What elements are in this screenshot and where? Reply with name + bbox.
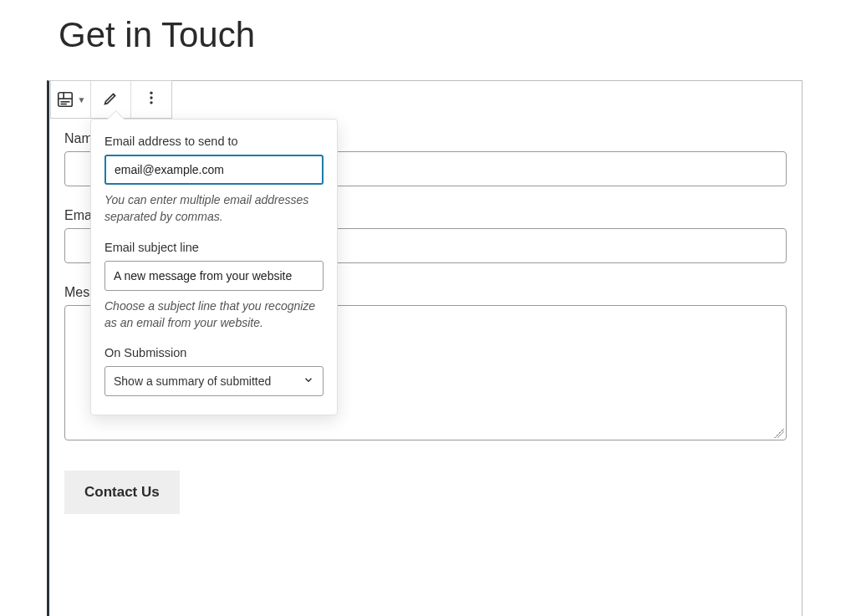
chevron-down-icon: [303, 374, 314, 389]
popover-submission-select[interactable]: Show a summary of submitted: [104, 366, 324, 396]
svg-point-7: [150, 101, 152, 104]
caret-down-icon: ▼: [78, 95, 86, 104]
popover-email-label: Email address to send to: [104, 135, 324, 148]
svg-point-6: [150, 96, 152, 99]
popover-subject-input[interactable]: [104, 261, 324, 291]
block-toolbar: ▼: [50, 80, 172, 119]
more-vertical-icon: [143, 89, 160, 109]
pencil-icon: [103, 89, 120, 109]
popover-subject-help: Choose a subject line that you recognize…: [104, 298, 324, 332]
page-title: Get in Touch: [59, 15, 797, 55]
popover-email-help: You can enter multiple email addresses s…: [104, 191, 324, 226]
form-settings-popover: Email address to send to You can enter m…: [90, 119, 338, 415]
popover-submission-value: Show a summary of submitted: [114, 374, 271, 388]
popover-email-input[interactable]: [104, 155, 324, 185]
submit-button[interactable]: Contact Us: [64, 471, 180, 514]
svg-point-5: [150, 92, 152, 94]
more-options-button[interactable]: [131, 81, 171, 118]
popover-submission-label: On Submission: [104, 346, 324, 359]
edit-button[interactable]: [91, 81, 131, 118]
form-block-icon: [56, 90, 74, 109]
block-type-button[interactable]: ▼: [51, 81, 91, 118]
popover-subject-label: Email subject line: [104, 241, 324, 254]
